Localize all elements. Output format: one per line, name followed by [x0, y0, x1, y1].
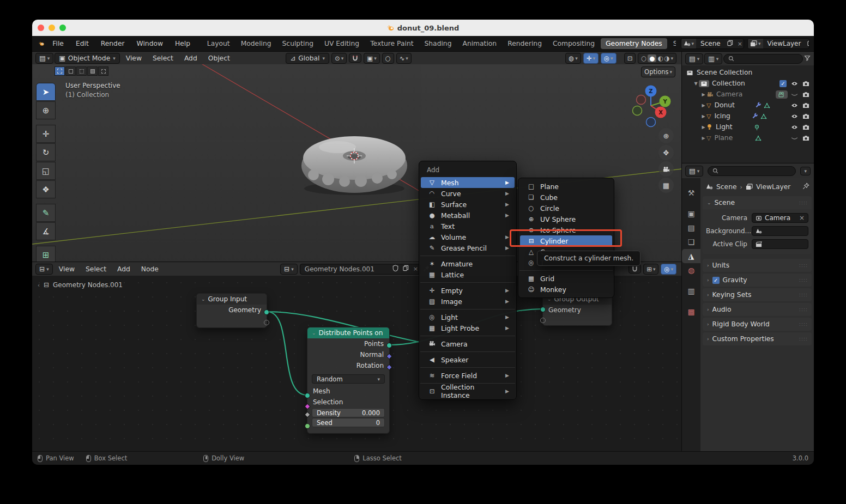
node-editor-type-button[interactable]: ⊟▾ — [35, 264, 53, 275]
scene-name[interactable]: Scene — [696, 40, 725, 47]
camera-render-icon[interactable] — [802, 81, 809, 87]
tab-render[interactable]: ▣ — [682, 207, 700, 221]
show-hide-button[interactable]: ◍▾ — [565, 53, 581, 64]
node-menu-view[interactable]: View — [54, 264, 80, 274]
outliner-row-scene-collection[interactable]: Scene Collection — [682, 67, 814, 78]
node-menu-node[interactable]: Node — [136, 264, 164, 274]
add-menu-item-text[interactable]: aText — [421, 221, 515, 232]
add-menu-item-volume[interactable]: ☁Volume▶ — [421, 232, 515, 242]
maximize-button[interactable] — [59, 25, 66, 31]
workspace-tab-geometry-nodes[interactable]: Geometry Nodes — [601, 38, 667, 49]
tool-measure[interactable]: ∡ — [36, 222, 56, 240]
pin-id-icon[interactable] — [802, 183, 809, 191]
node-tree-type-icon[interactable]: ⊟▾ — [280, 264, 298, 275]
workspace-tab-shading[interactable]: Shading — [420, 38, 457, 49]
workspace-tab-texture-paint[interactable]: Texture Paint — [365, 38, 418, 49]
gizmo-axis-negx[interactable] — [637, 95, 646, 105]
shading-wireframe-icon[interactable]: ○ — [641, 54, 646, 62]
outliner-row-camera[interactable]: ▶ Camera — [682, 89, 814, 100]
properties-search-input[interactable] — [708, 166, 796, 176]
outliner-search-input[interactable] — [723, 54, 803, 64]
breadcrumb-scene[interactable]: Scene — [716, 183, 737, 191]
clear-camera-icon[interactable]: × — [799, 214, 805, 222]
gravity-checkbox[interactable]: ✓ — [712, 277, 720, 284]
socket-group-input-virtual[interactable] — [264, 320, 269, 325]
add-menu-item-curve[interactable]: ◠Curve▶ — [421, 188, 515, 199]
workspace-tab-uv-editing[interactable]: UV Editing — [319, 38, 364, 49]
mode-selector[interactable]: ▣ Object Mode▾ — [55, 53, 120, 64]
tab-tool[interactable]: ⚒ — [682, 186, 700, 200]
scene-browse-icon[interactable]: ▾ — [681, 39, 697, 48]
add-menu-item-image[interactable]: ▨Image▶ — [421, 296, 515, 307]
camera-render-icon[interactable] — [802, 113, 809, 119]
modifier-wrench-icon[interactable] — [752, 113, 758, 119]
delete-scene-button[interactable]: × — [735, 40, 744, 47]
viewlayer-selector[interactable]: ▾ ViewLayer × — [747, 38, 809, 49]
workspace-tab-scripting-truncated[interactable]: S — [668, 38, 676, 49]
socket-mesh-in[interactable] — [305, 393, 310, 398]
workspace-tab-sculpting[interactable]: Sculpting — [277, 38, 318, 49]
tab-scene[interactable]: ◮ — [682, 249, 700, 263]
pivot-point-button[interactable]: ⊙▾ — [331, 53, 347, 64]
copy-node-tree-icon[interactable] — [401, 265, 411, 273]
viewport-menu-select[interactable]: Select — [148, 53, 178, 63]
distribute-seed-field[interactable]: Seed0 — [312, 418, 385, 427]
node-overlays-button[interactable]: ◎▾ — [661, 264, 676, 275]
socket-seed-in[interactable] — [305, 423, 310, 429]
select-mode-intersect-button[interactable] — [98, 66, 108, 76]
select-mode-extend-button[interactable] — [65, 66, 76, 76]
new-scene-button[interactable] — [725, 40, 735, 48]
pan-view-button[interactable]: ✥ — [658, 145, 674, 160]
tool-add-primitive[interactable]: ⊞ — [36, 246, 56, 262]
menu-window[interactable]: Window — [131, 40, 170, 47]
socket-group-output-geometry-in[interactable] — [540, 307, 546, 312]
disclosure-triangle-icon[interactable]: ▶ — [700, 103, 706, 108]
add-menu-item-camera[interactable]: Camera — [421, 338, 515, 349]
camera-view-button[interactable] — [658, 161, 674, 177]
gizmo-axis-negy[interactable] — [633, 106, 642, 116]
custom-properties-panel[interactable]: ›Custom Properties:::: — [703, 332, 812, 345]
shading-solid-icon[interactable]: ● — [648, 54, 656, 62]
properties-options-button[interactable]: ▾ — [800, 167, 811, 175]
outliner-row-plane[interactable]: ▶ ▽ Plane — [682, 132, 814, 143]
mesh-data-icon[interactable] — [764, 102, 770, 108]
units-panel[interactable]: ›Units:::: — [703, 259, 812, 272]
modifier-wrench-icon[interactable] — [755, 102, 762, 108]
overlays-toggle-button[interactable]: ◎▾ — [601, 53, 617, 64]
select-mode-set-button[interactable] — [55, 66, 65, 76]
workspace-tab-modeling[interactable]: Modeling — [236, 38, 276, 49]
eye-open-icon[interactable] — [791, 125, 798, 130]
menu-render[interactable]: Render — [95, 40, 131, 47]
add-menu-item-collection-instance[interactable]: ⊡Collection Instance▶ — [421, 386, 515, 397]
shading-material-icon[interactable]: ◐ — [657, 54, 663, 62]
shading-mode-group[interactable]: ○ ● ◐ ◑ ▾ — [638, 53, 676, 64]
gizmos-toggle-button[interactable]: ✛▾ — [583, 53, 599, 64]
mesh-data-icon[interactable] — [760, 113, 767, 119]
add-menu-item-speaker[interactable]: ◀Speaker — [421, 354, 515, 365]
node-menu-select[interactable]: Select — [81, 264, 111, 274]
tool-annotate[interactable]: ✎ — [36, 204, 56, 222]
gizmo-axis-negz[interactable] — [646, 118, 656, 127]
outliner-editor-type-button[interactable]: ▤▾ — [685, 53, 703, 64]
mesh-submenu-item-cylinder[interactable]: ⊟Cylinder — [520, 235, 612, 246]
eye-closed-icon[interactable] — [791, 92, 798, 97]
mesh-submenu-item-grid[interactable]: ▦Grid — [520, 273, 612, 284]
add-menu-item-surface[interactable]: ◧Surface▶ — [421, 199, 515, 210]
tab-output[interactable]: ▤ — [682, 221, 700, 235]
viewport-menu-object[interactable]: Object — [203, 53, 235, 63]
donut-mesh[interactable] — [301, 136, 407, 195]
scene-selector[interactable]: ▾ Scene × — [681, 38, 744, 49]
options-button[interactable]: Options▾ — [641, 66, 675, 77]
tool-cursor[interactable]: ⊕ — [36, 101, 56, 119]
rigid-body-world-panel[interactable]: ›Rigid Body World:::: — [703, 318, 812, 331]
camera-render-icon[interactable] — [802, 102, 809, 108]
proportional-falloff-button[interactable]: ∿▾ — [396, 53, 412, 64]
snap-target-button[interactable]: ▣▾ — [364, 53, 379, 64]
menu-help[interactable]: Help — [169, 40, 196, 47]
collection-checkbox[interactable]: ✓ — [779, 80, 787, 87]
mesh-submenu-item-cube[interactable]: ❏Cube — [520, 192, 612, 203]
xray-toggle-button[interactable]: ⊡ — [624, 53, 636, 64]
outliner-row-collection[interactable]: ▼ Collection ✓ — [682, 78, 814, 89]
node-canvas[interactable]: ‹ ⊟ Geometry Nodes.001 ⌄Group Input Geom… — [32, 276, 682, 451]
add-menu-item-light[interactable]: ◎Light▶ — [421, 312, 515, 323]
